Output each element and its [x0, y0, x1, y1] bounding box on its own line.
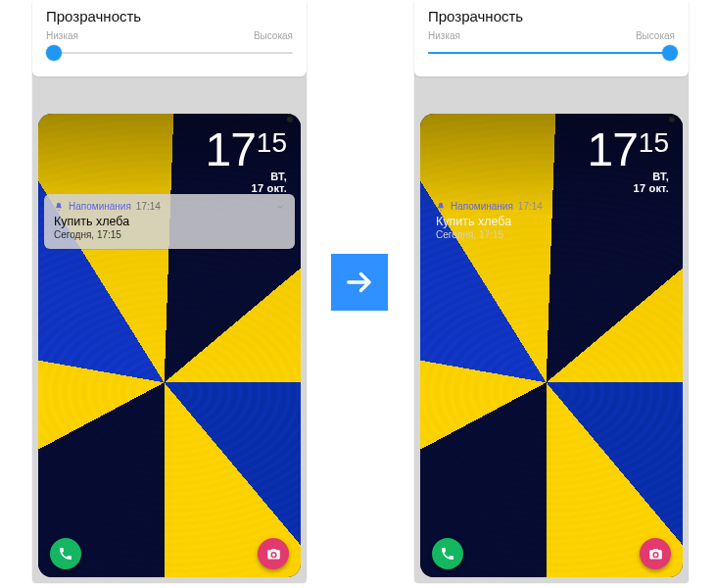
notification-app-name: Напоминания [451, 201, 513, 212]
notification-app-name: Напоминания [69, 201, 131, 212]
transparency-panel: Прозрачность Низкая Высокая [414, 0, 689, 76]
lock-dock [420, 538, 683, 569]
notification-subtitle: Сегодня, 17:15 [54, 229, 285, 240]
transparency-panel: Прозрачность Низкая Высокая [32, 0, 307, 76]
notification-time: 17:14 [518, 201, 543, 212]
chevron-down-icon[interactable] [275, 202, 285, 212]
bell-icon [436, 202, 446, 212]
spacer [32, 76, 307, 114]
panel-title: Прозрачность [46, 8, 293, 24]
clock-hours: 17 [205, 126, 255, 173]
bell-icon [54, 202, 64, 212]
phone-left: Прозрачность Низкая Высокая 17 15 [32, 0, 307, 583]
notification-subtitle: Сегодня, 17:15 [436, 229, 667, 240]
notification-card[interactable]: Напоминания 17:14 Купить хлеба Сегодня, … [426, 194, 677, 249]
clock-date: 17 окт. [420, 182, 669, 194]
notification-time: 17:14 [136, 201, 161, 212]
arrow-right-icon [343, 266, 376, 299]
camera-shortcut-button[interactable] [258, 538, 289, 569]
slider-thumb[interactable] [46, 45, 62, 61]
notification-title: Купить хлеба [54, 215, 285, 228]
camera-shortcut-button[interactable] [640, 538, 671, 569]
slider-fill [428, 52, 670, 54]
panel-title: Прозрачность [428, 8, 675, 24]
screen-wrap: 17 15 ВТ, 17 окт. Напоминания 17:14 [414, 114, 689, 583]
slider-thumb[interactable] [662, 45, 678, 61]
notification-title: Купить хлеба [436, 215, 667, 228]
lock-clock: 17 15 ВТ, 17 окт. [420, 122, 683, 194]
phone-shortcut-button[interactable] [432, 538, 463, 569]
clock-minutes: 15 [639, 129, 669, 157]
slider-track [46, 52, 293, 54]
clock-hours: 17 [587, 126, 637, 173]
phone-shortcut-button[interactable] [50, 538, 81, 569]
transparency-slider[interactable] [428, 39, 675, 67]
notification-header: Напоминания 17:14 [436, 201, 667, 212]
screen-wrap: 17 15 ВТ, 17 окт. Напоминания 17:14 [32, 114, 307, 583]
lock-clock: 17 15 ВТ, 17 окт. [38, 122, 301, 194]
phone-right: Прозрачность Низкая Высокая 17 15 [414, 0, 689, 583]
notification-header: Напоминания 17:14 [54, 201, 285, 212]
lock-screen: 17 15 ВТ, 17 окт. Напоминания 17:14 [420, 114, 683, 577]
lock-dock [38, 538, 301, 569]
clock-minutes: 15 [257, 129, 287, 157]
notification-card[interactable]: Напоминания 17:14 Купить хлеба Сегодня, … [44, 194, 295, 249]
comparison-stage: Прозрачность Низкая Высокая 17 15 [0, 0, 716, 588]
transparency-slider[interactable] [46, 39, 293, 67]
lock-screen: 17 15 ВТ, 17 окт. Напоминания 17:14 [38, 114, 301, 577]
clock-date: 17 окт. [38, 182, 287, 194]
arrow-indicator [331, 254, 388, 311]
spacer [414, 76, 689, 114]
